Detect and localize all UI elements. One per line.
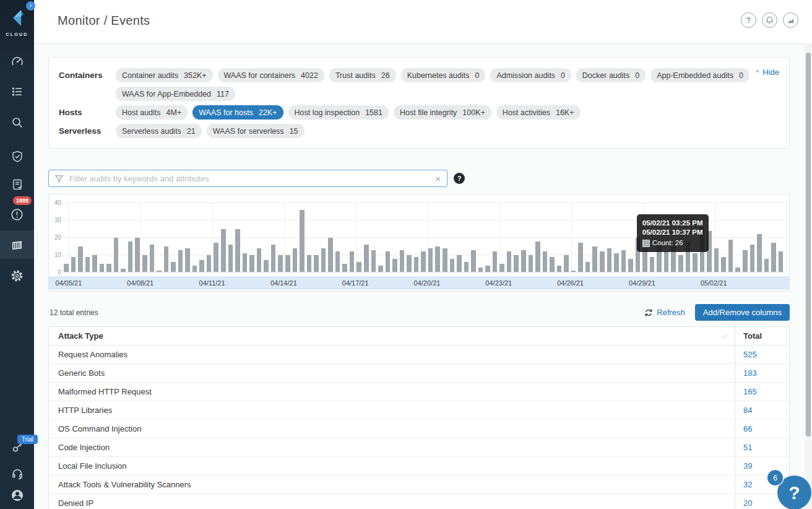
filter-chip-host-file-integrity[interactable]: Host file integrity100K+ bbox=[394, 105, 491, 120]
bar-47[interactable] bbox=[400, 250, 405, 272]
bar-92[interactable] bbox=[721, 257, 726, 272]
bar-38[interactable] bbox=[335, 251, 340, 272]
hide-filters-link[interactable]: ^Hide bbox=[756, 67, 779, 77]
filter-chip-trust-audits[interactable]: Trust audits26 bbox=[329, 68, 396, 82]
bar-3[interactable] bbox=[85, 257, 90, 272]
bar-70[interactable] bbox=[564, 255, 569, 272]
bar-68[interactable] bbox=[550, 257, 555, 272]
bar-100[interactable] bbox=[779, 251, 784, 272]
clear-filter-icon[interactable]: × bbox=[435, 173, 441, 184]
total-link[interactable]: 39 bbox=[735, 461, 789, 471]
sidebar-item-search[interactable] bbox=[0, 108, 34, 137]
bar-64[interactable] bbox=[521, 250, 526, 272]
bar-6[interactable] bbox=[106, 264, 111, 272]
sidebar-item-checklist[interactable] bbox=[0, 77, 34, 106]
bar-0[interactable] bbox=[64, 264, 69, 272]
bar-46[interactable] bbox=[392, 259, 397, 272]
bar-9[interactable] bbox=[128, 241, 133, 272]
table-row-generic-bots[interactable]: Generic Bots183 bbox=[49, 364, 789, 383]
bar-19[interactable] bbox=[199, 260, 204, 272]
filter-chip-docker-audits[interactable]: Docker audits0 bbox=[576, 68, 646, 82]
sidebar-item-radar[interactable] bbox=[0, 48, 34, 76]
filter-chip-waas-for-hosts[interactable]: WAAS for hosts22K+ bbox=[192, 105, 283, 120]
table-row-denied-ip[interactable]: Denied IP20 bbox=[49, 494, 789, 509]
table-row-local-file-inclusion[interactable]: Local File Inclusion39 bbox=[49, 457, 789, 476]
sidebar-item-profile[interactable] bbox=[0, 481, 34, 509]
bar-65[interactable] bbox=[529, 255, 533, 272]
bar-15[interactable] bbox=[171, 262, 176, 272]
filter-chip-app-embedded-audits[interactable]: App-Embedded audits0 bbox=[650, 68, 749, 82]
bar-51[interactable] bbox=[428, 248, 433, 272]
bar-60[interactable] bbox=[493, 251, 498, 272]
bar-34[interactable] bbox=[307, 255, 312, 272]
bar-39[interactable] bbox=[342, 264, 347, 272]
bar-97[interactable] bbox=[757, 234, 762, 272]
bar-96[interactable] bbox=[750, 245, 755, 272]
bar-76[interactable] bbox=[607, 248, 612, 272]
filter-chip-host-audits[interactable]: Host audits4M+ bbox=[116, 105, 188, 120]
bar-26[interactable] bbox=[249, 255, 254, 272]
bar-88[interactable] bbox=[693, 253, 698, 272]
bar-1[interactable] bbox=[71, 257, 76, 272]
total-link[interactable]: 66 bbox=[735, 424, 789, 433]
bar-30[interactable] bbox=[278, 255, 283, 272]
bar-42[interactable] bbox=[364, 245, 369, 272]
bar-50[interactable] bbox=[421, 251, 426, 272]
bar-29[interactable] bbox=[271, 245, 276, 272]
bar-99[interactable] bbox=[771, 243, 776, 272]
bar-93[interactable] bbox=[728, 240, 733, 272]
filter-chip-host-log-inspection[interactable]: Host log inspection1581 bbox=[288, 105, 389, 120]
bar-57[interactable] bbox=[471, 250, 476, 272]
bar-86[interactable] bbox=[678, 255, 683, 272]
filter-chip-waas-for-containers[interactable]: WAAS for containers4022 bbox=[218, 68, 324, 82]
bar-84[interactable] bbox=[664, 251, 669, 272]
bar-25[interactable] bbox=[243, 253, 248, 272]
bar-21[interactable] bbox=[214, 243, 218, 272]
column-header-total[interactable]: Total bbox=[735, 331, 789, 341]
bar-91[interactable] bbox=[714, 248, 719, 272]
filter-chip-serverless-audits[interactable]: Serverless audits21 bbox=[116, 124, 202, 138]
filter-chip-waas-for-serverless[interactable]: WAAS for serverless15 bbox=[207, 124, 304, 138]
bar-82[interactable] bbox=[650, 257, 655, 272]
table-row-code-injection[interactable]: Code Injection51 bbox=[49, 438, 789, 457]
filter-chip-admission-audits[interactable]: Admission audits0 bbox=[490, 68, 571, 82]
bar-2[interactable] bbox=[78, 246, 83, 272]
sidebar-item-shield[interactable] bbox=[0, 142, 34, 171]
bar-36[interactable] bbox=[321, 248, 326, 272]
sidebar-expand-icon[interactable]: › bbox=[26, 1, 35, 11]
bar-32[interactable] bbox=[293, 248, 298, 272]
bar-62[interactable] bbox=[507, 251, 512, 272]
bar-73[interactable] bbox=[585, 262, 590, 272]
bar-95[interactable] bbox=[743, 250, 748, 272]
bar-72[interactable] bbox=[578, 243, 583, 272]
filter-chip-kubernetes-audits[interactable]: Kubernetes audits0 bbox=[401, 68, 486, 82]
bar-4[interactable] bbox=[92, 255, 97, 272]
bar-31[interactable] bbox=[285, 255, 290, 272]
bar-24[interactable] bbox=[235, 229, 240, 272]
bar-49[interactable] bbox=[414, 257, 419, 272]
bar-20[interactable] bbox=[207, 255, 212, 272]
bar-75[interactable] bbox=[600, 251, 605, 272]
bar-16[interactable] bbox=[178, 250, 183, 272]
sort-arrows-icon[interactable]: ↓↑ bbox=[722, 333, 727, 340]
bar-35[interactable] bbox=[314, 255, 319, 272]
bar-98[interactable] bbox=[764, 259, 769, 272]
bar-77[interactable] bbox=[614, 253, 619, 272]
bar-53[interactable] bbox=[443, 248, 447, 272]
bar-12[interactable] bbox=[150, 245, 155, 272]
bar-7[interactable] bbox=[114, 238, 119, 272]
bar-55[interactable] bbox=[457, 255, 462, 272]
table-row-malformed-http-request[interactable]: Malformed HTTP Request165 bbox=[49, 383, 789, 401]
filter-chip-host-activities[interactable]: Host activities16K+ bbox=[496, 105, 581, 120]
table-row-request-anomalies[interactable]: Request Anomalies525 bbox=[49, 346, 789, 364]
chart-date-axis-band[interactable]: 04/05/2104/08/2104/11/2104/14/2104/17/21… bbox=[49, 276, 789, 290]
page-scrollbar-thumb[interactable] bbox=[806, 53, 811, 437]
bar-54[interactable] bbox=[450, 259, 455, 272]
bar-48[interactable] bbox=[407, 255, 412, 272]
sidebar-item-settings[interactable] bbox=[0, 261, 34, 290]
refresh-button[interactable]: Refresh bbox=[644, 308, 685, 317]
filter-chip-container-audits[interactable]: Container audits352K+ bbox=[116, 68, 213, 82]
bar-61[interactable] bbox=[499, 264, 504, 272]
bar-11[interactable] bbox=[142, 255, 147, 272]
audit-filter-input[interactable] bbox=[68, 173, 435, 184]
